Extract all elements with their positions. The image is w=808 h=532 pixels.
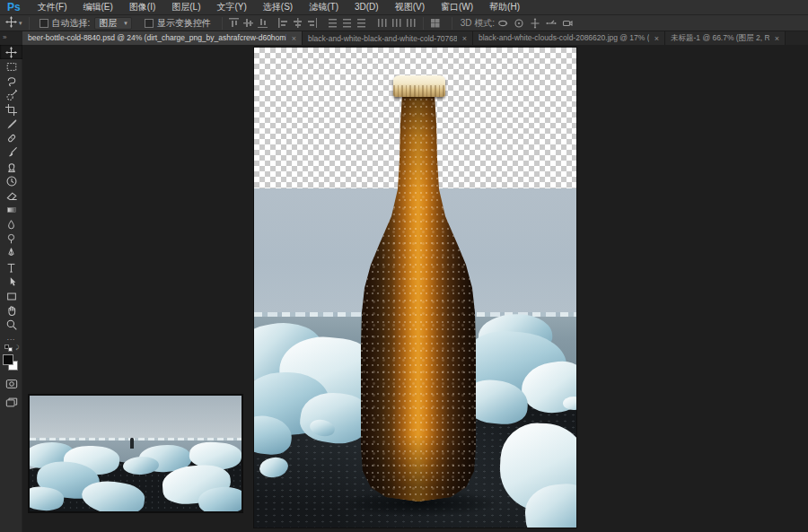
type-tool[interactable] bbox=[0, 260, 22, 275]
menu-layer[interactable]: 图层(L) bbox=[163, 0, 208, 14]
zoom-tool[interactable] bbox=[0, 318, 22, 332]
tab-beer-bottle-cold[interactable]: beer-bottle-cold-8840.psd @ 24% (dirt_ch… bbox=[22, 31, 303, 45]
quick-selection-tool[interactable] bbox=[0, 88, 22, 102]
align-left-edges-icon[interactable] bbox=[278, 18, 288, 28]
auto-align-layers-icon[interactable] bbox=[430, 18, 440, 28]
auto-select-value: 图层 bbox=[99, 17, 117, 30]
menu-view[interactable]: 视图(V) bbox=[387, 0, 433, 14]
document-tab-bar: » beer-bottle-cold-8840.psd @ 24% (dirt_… bbox=[0, 31, 808, 45]
distribute-top-edges-icon[interactable] bbox=[328, 18, 338, 28]
eyedropper-tool[interactable] bbox=[0, 117, 22, 131]
tab-untitled-1[interactable]: 未标题-1 @ 66.7% (图层 2, RGB/8... × bbox=[665, 31, 786, 45]
lasso-tool[interactable] bbox=[0, 74, 22, 88]
menu-select[interactable]: 选择(S) bbox=[255, 0, 301, 14]
rectangular-marquee-tool[interactable] bbox=[0, 59, 22, 74]
tab-clouds-cold[interactable]: black-and-white-clouds-cold-2086620.jpg … bbox=[473, 31, 665, 45]
auto-select-dropdown[interactable]: 图层 ▾ bbox=[94, 17, 132, 30]
color-swatches[interactable] bbox=[0, 353, 22, 373]
close-icon[interactable]: × bbox=[775, 34, 779, 43]
quick-mask-button[interactable] bbox=[0, 377, 22, 391]
auto-select-checkbox[interactable] bbox=[40, 19, 48, 28]
photoshop-window: Ps 文件(F) 编辑(E) 图像(I) 图层(L) 文字(Y) 选择(S) 滤… bbox=[0, 0, 808, 532]
tab-black-and-white-cold[interactable]: black-and-white-black-and-white-cold-707… bbox=[303, 31, 473, 45]
tool-preset-caret[interactable]: ▾ bbox=[19, 20, 22, 27]
rectangle-tool[interactable] bbox=[0, 289, 22, 303]
show-transform-checkbox[interactable] bbox=[145, 19, 154, 28]
distribute-vertical-centers-icon[interactable] bbox=[342, 18, 352, 28]
3d-zoom-icon[interactable] bbox=[562, 18, 573, 29]
auto-select-label: 自动选择: bbox=[52, 17, 91, 30]
close-icon[interactable]: × bbox=[654, 34, 659, 43]
gradient-tool[interactable] bbox=[0, 203, 22, 217]
menu-window[interactable]: 窗口(W) bbox=[433, 0, 481, 14]
chevron-down-icon: ▾ bbox=[124, 20, 127, 27]
foreground-color-swatch[interactable] bbox=[3, 354, 13, 365]
panel-collapse-icon[interactable]: » bbox=[0, 31, 22, 45]
default-colors-control[interactable]: ⤸ bbox=[0, 343, 22, 353]
separator bbox=[29, 17, 30, 30]
history-brush-tool[interactable] bbox=[0, 174, 22, 188]
3d-rotate-icon[interactable] bbox=[497, 18, 508, 29]
menu-help[interactable]: 帮助(H) bbox=[481, 0, 528, 14]
3d-slide-icon[interactable] bbox=[546, 18, 557, 29]
path-selection-tool[interactable] bbox=[0, 275, 22, 289]
default-background-icon bbox=[8, 347, 13, 352]
menu-file[interactable]: 文件(F) bbox=[30, 0, 75, 14]
tab-label: black-and-white-black-and-white-cold-707… bbox=[308, 34, 457, 43]
close-icon[interactable]: × bbox=[462, 34, 467, 43]
distribute-bottom-edges-icon[interactable] bbox=[356, 18, 366, 28]
tab-label: black-and-white-clouds-cold-2086620.jpg … bbox=[479, 33, 649, 44]
eraser-tool[interactable] bbox=[0, 188, 22, 203]
crop-tool[interactable] bbox=[0, 102, 22, 117]
screen-mode-button[interactable] bbox=[0, 395, 22, 409]
pen-tool[interactable] bbox=[0, 246, 22, 260]
mode-3d-label: 3D 模式: bbox=[461, 17, 495, 30]
tools-panel: ... ⤸ bbox=[0, 45, 22, 532]
separator bbox=[222, 17, 223, 30]
blur-tool[interactable] bbox=[0, 217, 22, 231]
separator bbox=[452, 17, 452, 30]
align-right-edges-icon[interactable] bbox=[307, 18, 317, 28]
3d-pan-icon[interactable] bbox=[530, 18, 540, 29]
distribute-horizontal-centers-icon[interactable] bbox=[391, 18, 401, 28]
canvas[interactable] bbox=[254, 48, 576, 528]
tab-label: beer-bottle-cold-8840.psd @ 24% (dirt_ch… bbox=[28, 33, 286, 44]
distribute-left-edges-icon[interactable] bbox=[377, 18, 387, 28]
menu-type[interactable]: 文字(Y) bbox=[209, 0, 255, 14]
move-tool-icon bbox=[5, 15, 17, 31]
tab-label: 未标题-1 @ 66.7% (图层 2, RGB/8... bbox=[671, 33, 769, 44]
edit-toolbar-ellipsis[interactable]: ... bbox=[0, 332, 22, 343]
separator bbox=[423, 17, 424, 30]
menu-image[interactable]: 图像(I) bbox=[121, 0, 163, 14]
spot-healing-brush-tool[interactable] bbox=[0, 131, 22, 145]
hand-tool[interactable] bbox=[0, 303, 22, 318]
clone-stamp-tool[interactable] bbox=[0, 160, 22, 174]
floating-image-window[interactable] bbox=[28, 394, 243, 513]
menu-3d[interactable]: 3D(D) bbox=[347, 0, 387, 14]
3d-roll-icon[interactable] bbox=[514, 18, 524, 29]
align-bottom-edges-icon[interactable] bbox=[258, 18, 268, 28]
distribute-right-edges-icon[interactable] bbox=[406, 18, 416, 28]
move-tool[interactable] bbox=[0, 45, 22, 59]
align-top-edges-icon[interactable] bbox=[229, 18, 239, 28]
photoshop-logo: Ps bbox=[0, 1, 30, 13]
menu-edit[interactable]: 编辑(E) bbox=[75, 0, 120, 14]
show-transform-label: 显示变换控件 bbox=[157, 17, 211, 30]
person-silhouette bbox=[130, 438, 134, 449]
menu-bar: Ps 文件(F) 编辑(E) 图像(I) 图层(L) 文字(Y) 选择(S) 滤… bbox=[0, 0, 808, 15]
brush-tool[interactable] bbox=[0, 145, 22, 160]
align-horizontal-centers-icon[interactable] bbox=[293, 18, 303, 28]
align-vertical-centers-icon[interactable] bbox=[243, 18, 253, 28]
menu-filter[interactable]: 滤镜(T) bbox=[301, 0, 347, 14]
dodge-tool[interactable] bbox=[0, 231, 22, 246]
close-icon[interactable]: × bbox=[292, 34, 296, 43]
options-bar: ▾ 自动选择: 图层 ▾ 显示变换控件 3D 模式: bbox=[0, 15, 808, 31]
bottle-cap bbox=[393, 75, 445, 97]
swap-colors-icon: ⤸ bbox=[15, 344, 19, 351]
